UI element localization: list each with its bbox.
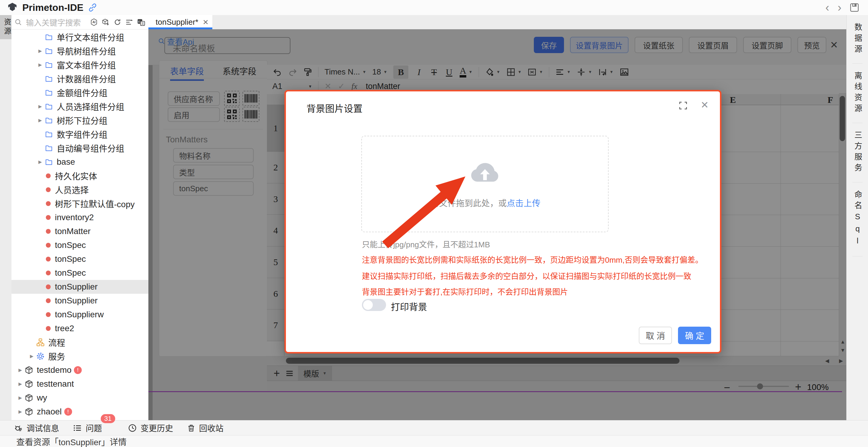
tab-offline-resources[interactable]: 离线资源 [852,64,863,123]
tree-item-树形下拉默认值-copy[interactable]: ▶树形下拉默认值-copy [11,197,148,211]
tree-item-tonSpec[interactable]: ▶tonSpec [11,266,148,280]
click-upload-link[interactable]: 点击上传 [507,199,540,208]
tree-item-base[interactable]: ▶base [11,155,148,169]
left-activity-strip: 资源 [0,15,12,420]
folder-icon [44,33,53,41]
tree-item-自动编号组件分组[interactable]: ▶自动编号组件分组 [11,141,148,155]
tree-item-tonMatter[interactable]: ▶tonMatter [11,225,148,238]
tree-item-金额组件分组[interactable]: ▶金额组件分组 [11,86,148,99]
tree-item-tonSupplierw[interactable]: ▶tonSupplierw [11,308,148,322]
tree-item-label: 导航树组件分组 [57,45,116,57]
tree-item-label: base [57,157,75,167]
expand-arrow-icon[interactable]: ▶ [36,118,44,123]
expand-arrow-icon[interactable]: ▶ [16,409,25,414]
sort-filter-icon[interactable] [125,18,133,26]
fullscreen-icon[interactable] [679,101,688,111]
project-cube-icon [25,366,33,374]
tab-close-icon[interactable]: ✕ [203,18,209,27]
svg-text:文: 文 [141,22,144,25]
project-cube-icon [25,408,33,416]
tree-item-label: 自动编号组件分组 [57,142,124,154]
search-input[interactable]: 输入关键字搜索 [26,17,86,28]
tree-item-label: 数字组件分组 [57,128,107,140]
svg-text:AI: AI [92,21,95,24]
entity-dot-icon [46,229,51,234]
expand-arrow-icon[interactable]: ▶ [36,104,44,109]
trash-icon [187,424,195,432]
tree-item-树形下拉分组[interactable]: ▶树形下拉分组 [11,113,148,127]
tree-item-tonSpec[interactable]: ▶tonSpec [11,238,148,252]
tree-item-label: testdemo [37,365,71,375]
tree-item-持久化实体[interactable]: ▶持久化实体 [11,169,148,183]
ok-button[interactable]: 确 定 [678,327,711,344]
tree-item-人员选择组件分组[interactable]: ▶人员选择组件分组 [11,99,148,113]
tab-third-party-services[interactable]: 三方服务 [852,123,863,182]
entity-dot-icon [46,312,51,317]
tree-item-label: 持久化实体 [55,170,97,182]
save-floppy-icon[interactable] [849,2,860,13]
folder-icon [44,130,53,138]
resource-sidebar: 输入关键字搜索 AI En文 ▶单行文本组件分组▶导航树组件分组▶富文本组件分组… [11,15,149,420]
tree-item-数字组件分组[interactable]: ▶数字组件分组 [11,127,148,141]
tab-data-source[interactable]: 数据源 [852,15,863,64]
debug-icon [14,423,23,433]
tree-item-label: 计数器组件分组 [57,73,116,85]
link-icon[interactable] [88,3,97,12]
nav-forward-icon[interactable]: › [833,2,846,13]
tree-item-计数器组件分组[interactable]: ▶计数器组件分组 [11,72,148,86]
expand-arrow-icon[interactable]: ▶ [27,354,36,359]
tree-item-label: tonSupplier [55,296,98,305]
nav-back-icon[interactable]: ‹ [821,2,834,13]
expand-arrow-icon[interactable]: ▶ [16,381,25,387]
expand-arrow-icon[interactable]: ▶ [36,48,44,54]
tree-item-label: tonSpec [55,254,86,264]
entity-dot-icon [46,187,51,192]
tree-item-label: 单行文本组件分组 [57,31,124,43]
app-root: Primeton-IDE ‹ › 资源 输入关键字搜索 AI [0,0,868,447]
tree-item-inventory2[interactable]: ▶inventory2 [11,211,148,225]
close-icon[interactable]: ✕ [701,99,709,111]
clock-icon [128,423,137,433]
tree-item-人员选择[interactable]: ▶人员选择 [11,183,148,197]
background-image-dialog: 背景图片设置 ✕ 将文件拖到此处，或点击上传 只能上传jpg/png文件，且不超… [284,90,721,354]
translate-icon[interactable]: En文 [137,18,145,27]
expand-arrow-icon[interactable]: ▶ [16,395,25,400]
tab-tonsupplier[interactable]: tonSupplier* ✕ [148,15,212,29]
upload-hint-text: 将文件拖到此处，或点击上传 [362,197,609,209]
add-component-icon[interactable] [102,18,110,26]
expand-arrow-icon[interactable]: ▶ [36,159,44,165]
expand-arrow-icon[interactable]: ▶ [36,62,44,67]
tree-item-tonSpec[interactable]: ▶tonSpec [11,252,148,266]
upload-dropzone[interactable]: 将文件拖到此处，或点击上传 [361,136,609,232]
tree-item-wy[interactable]: ▶wy [11,391,148,405]
folder-icon [44,158,53,166]
tree-item-tonSupplier[interactable]: ▶tonSupplier [11,280,148,294]
tree-item-label: 树形下拉分组 [57,114,107,126]
tree-item-导航树组件分组[interactable]: ▶导航树组件分组 [11,44,148,58]
folder-icon [44,47,53,55]
tree-item-单行文本组件分组[interactable]: ▶单行文本组件分组 [11,30,148,44]
tree-item-label: wy [37,393,47,403]
entity-dot-icon [46,173,51,178]
tree-item-testdemo[interactable]: ▶testdemo! [11,363,148,377]
refresh-icon[interactable] [114,18,122,26]
issues-count-badge: 31 [101,414,115,423]
debug-info-item[interactable]: 调试信息 [14,422,59,434]
tree-item-服务[interactable]: ▶服务 [11,349,148,363]
recycle-bin-item[interactable]: 回收站 [187,422,223,434]
tree-item-流程[interactable]: ▶流程 [11,335,148,349]
tree-item-label: tonSupplierw [55,310,104,320]
tree-item-testtenant[interactable]: ▶testtenant [11,377,148,391]
print-background-toggle[interactable] [362,299,386,311]
tree-item-tonSupplier[interactable]: ▶tonSupplier [11,294,148,308]
ai-icon[interactable]: AI [90,18,98,26]
tree-item-zhaoel[interactable]: ▶zhaoel! [11,405,148,419]
expand-arrow-icon[interactable]: ▶ [16,367,25,373]
tab-named-sql[interactable]: 命名Sql [852,182,863,257]
search-icon [14,19,22,26]
change-history-item[interactable]: 变更历史 [128,422,173,434]
tree-item-tree2[interactable]: ▶tree2 [11,322,148,335]
cancel-button[interactable]: 取 消 [639,327,672,344]
tree-item-富文本组件分组[interactable]: ▶富文本组件分组 [11,58,148,72]
issues-item[interactable]: 问题 31 [73,422,102,434]
